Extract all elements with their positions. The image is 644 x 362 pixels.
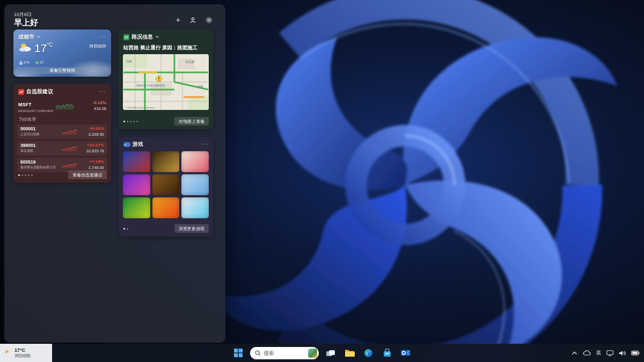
- pagination-dots[interactable]: [123, 121, 138, 122]
- chevron-down-icon[interactable]: [37, 35, 40, 38]
- profile-button[interactable]: [189, 17, 196, 24]
- pagination-dot[interactable]: [127, 121, 128, 122]
- stocks-title: 自选股建议: [26, 88, 53, 95]
- taskbar-weather-temp: 17°C: [14, 348, 31, 353]
- weather-forecast-button[interactable]: 查看完整预报: [16, 67, 108, 74]
- traffic-widget[interactable]: 路况信息 站西路 禁止通行 原因：路面施工: [119, 29, 213, 129]
- gear-icon: [206, 17, 213, 24]
- battery-button[interactable]: [631, 351, 640, 356]
- pagination-dot[interactable]: [130, 121, 131, 122]
- stocks-footer-button[interactable]: 查看自选股建议: [68, 171, 107, 179]
- game-thumbnail[interactable]: [181, 174, 209, 195]
- speaker-icon: [619, 350, 626, 356]
- games-widget[interactable]: 游戏 ··· 浏览更: [119, 137, 213, 237]
- add-widget-button[interactable]: +: [176, 16, 180, 24]
- aqi-icon: [35, 61, 39, 64]
- start-button[interactable]: [231, 346, 245, 360]
- task-view-button[interactable]: [324, 346, 338, 360]
- tray-overflow-button[interactable]: [572, 351, 577, 355]
- store-icon: [383, 349, 392, 358]
- outlook-button[interactable]: [399, 346, 413, 360]
- aqi-stat: 37: [35, 60, 44, 65]
- edge-icon: [364, 349, 373, 358]
- search-input[interactable]: [264, 350, 305, 356]
- settings-button[interactable]: [206, 17, 213, 24]
- stock-name: 贵州茅台酒股份有限公司: [20, 165, 60, 170]
- stocks-widget[interactable]: 自选股建议 ··· MSFT MICROSOFT CORPORATION -0.…: [13, 84, 111, 183]
- volume-button[interactable]: [619, 350, 626, 356]
- game-thumbnail[interactable]: [152, 151, 180, 172]
- game-thumbnail[interactable]: [123, 197, 150, 218]
- stock-name: 深证成指: [20, 149, 60, 153]
- search-icon: [255, 350, 261, 356]
- sparkline-chart: [62, 162, 77, 168]
- games-footer-button[interactable]: 浏览更多游戏: [174, 224, 209, 233]
- person-icon: [189, 17, 196, 24]
- stock-row[interactable]: 000001 上证综合指数 +8.06% 3,336.50: [17, 124, 107, 139]
- pagination-dot[interactable]: [25, 174, 26, 176]
- stock-price: 3,336.50: [79, 132, 104, 137]
- system-tray: 英: [572, 344, 640, 362]
- edge-browser-button[interactable]: [361, 346, 375, 360]
- sun-cloud-icon: [4, 350, 12, 356]
- game-thumbnail[interactable]: [123, 174, 150, 195]
- panel-greeting: 早上好: [14, 18, 38, 28]
- search-daily-image[interactable]: [308, 349, 317, 358]
- taskbar-widgets-button[interactable]: 17°C 局部晴朗: [0, 344, 52, 362]
- file-explorer-button[interactable]: [342, 346, 356, 360]
- traffic-footer-button[interactable]: 在地图上查看: [174, 117, 209, 125]
- outlook-icon: [401, 349, 411, 357]
- pagination-dots[interactable]: [123, 228, 128, 230]
- traffic-title[interactable]: 路况信息: [131, 33, 153, 41]
- task-view-icon: [326, 349, 335, 358]
- cast-display-button[interactable]: [606, 350, 613, 356]
- weather-widget[interactable]: 成都市 ··· 17°C 局部晴朗 2%: [13, 29, 111, 77]
- recommended-label: 为你推荐: [13, 113, 111, 124]
- game-thumbnail[interactable]: [152, 197, 180, 218]
- traffic-map[interactable]: 河路 西南交通大学(九里堤校区) 站北路 环路 © 2024 Microsoft…: [123, 54, 209, 110]
- stock-change: +8.06%: [79, 126, 104, 131]
- traffic-icon: [123, 34, 129, 40]
- taskbar-weather-condition: 局部晴朗: [14, 353, 31, 358]
- weather-more-button[interactable]: ···: [99, 35, 106, 39]
- sun-cloud-icon: [18, 42, 32, 53]
- weather-city[interactable]: 成都市: [18, 33, 34, 41]
- taskbar: 17°C 局部晴朗: [0, 344, 644, 362]
- chevron-down-icon[interactable]: [156, 35, 159, 38]
- stock-symbol: 399001: [20, 143, 60, 148]
- onedrive-button[interactable]: [583, 350, 591, 356]
- panel-toolbar: +: [176, 16, 213, 24]
- games-more-button[interactable]: ···: [201, 143, 208, 146]
- sparkline-chart: [62, 145, 77, 151]
- pagination-dot[interactable]: [28, 174, 30, 176]
- stock-row[interactable]: 399001 深证成指 +10.67% 10,529.76: [17, 141, 107, 156]
- pagination-dots[interactable]: [18, 174, 33, 176]
- sparkline-chart: [56, 102, 74, 109]
- folder-icon: [345, 349, 355, 357]
- game-thumbnail[interactable]: [181, 197, 209, 218]
- pagination-dot[interactable]: [133, 121, 135, 122]
- game-thumbnail[interactable]: [181, 151, 209, 172]
- microsoft-store-button[interactable]: [380, 346, 394, 360]
- pagination-dot[interactable]: [123, 228, 125, 230]
- widgets-grid: 成都市 ··· 17°C 局部晴朗 2%: [13, 29, 213, 237]
- droplet-icon: [19, 61, 23, 65]
- games-title: 游戏: [133, 141, 143, 148]
- pagination-dot[interactable]: [127, 228, 128, 230]
- game-thumbnail[interactable]: [152, 174, 180, 195]
- pagination-dot[interactable]: [136, 121, 138, 122]
- game-thumbnail[interactable]: [123, 151, 150, 172]
- stocks-more-button[interactable]: ···: [99, 90, 106, 93]
- taskbar-search[interactable]: [250, 347, 319, 359]
- pagination-dot[interactable]: [21, 174, 23, 176]
- widgets-panel: 10月6日 早上好 + 成都市 ···: [4, 4, 225, 343]
- stock-row[interactable]: 600519 贵州茅台酒股份有限公司 +7.29% 1,748.00: [17, 158, 107, 172]
- ime-language-button[interactable]: 英: [596, 350, 602, 357]
- map-poi-label: 西南交通大学(九里堤校区): [136, 84, 165, 87]
- pagination-dot[interactable]: [18, 174, 20, 176]
- games-grid: [123, 151, 209, 218]
- weather-condition: 局部晴朗: [89, 43, 106, 49]
- stock-featured-row[interactable]: MSFT MICROSOFT CORPORATION -0.12% 416.06: [13, 95, 111, 113]
- pagination-dot[interactable]: [31, 174, 33, 176]
- pagination-dot[interactable]: [123, 121, 125, 122]
